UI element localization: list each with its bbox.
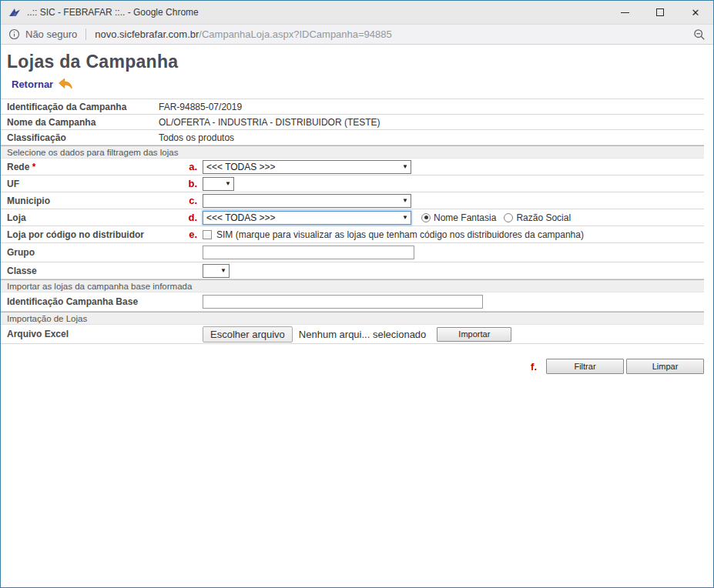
- security-label[interactable]: Não seguro: [25, 28, 77, 40]
- sim-checkbox[interactable]: [203, 230, 212, 239]
- choose-file-button[interactable]: Escolher arquivo: [203, 326, 293, 342]
- radio-nome-fantasia-label[interactable]: Nome Fantasia: [434, 212, 496, 223]
- return-link[interactable]: Retornar: [12, 79, 53, 90]
- form-row-rede: Rede * a. <<< TODAS >>> ▼: [1, 159, 704, 175]
- annotation-b: b.: [159, 178, 203, 189]
- annotation-e: e.: [159, 229, 203, 240]
- return-row: Retornar: [12, 76, 713, 92]
- address-url[interactable]: novo.sicfebrafar.com.br/CampanhaLoja.asp…: [95, 28, 392, 40]
- return-arrow-icon[interactable]: [57, 77, 75, 91]
- annotation-c: c.: [159, 195, 203, 206]
- sim-checkbox-label[interactable]: SIM (marque para visualizar as lojas que…: [216, 229, 584, 240]
- window-controls: ✕: [607, 1, 713, 24]
- page-content: Lojas da Campanha Retornar Identificação…: [1, 52, 713, 374]
- loja-select-value: <<< TODAS >>>: [206, 212, 276, 223]
- info-row-identificacao: Identificação da Campanha FAR-94885-07/2…: [1, 99, 704, 115]
- chevron-down-icon: ▼: [402, 197, 408, 204]
- grupo-label: Grupo: [1, 247, 159, 258]
- municipio-select[interactable]: ▼: [203, 194, 411, 208]
- section-import-file-header: Importação de Lojas: [1, 312, 704, 325]
- window-title: ..:: SIC - FEBRAFAR ::.. - Google Chrome: [27, 7, 199, 18]
- campanha-base-input[interactable]: [203, 295, 483, 309]
- url-separator: [85, 28, 86, 40]
- loja-label: Loja: [1, 212, 159, 223]
- actions-row: f. Filtrar Limpar: [1, 359, 704, 374]
- form-row-loja-codigo: Loja por código no distribuidor e. SIM (…: [1, 226, 704, 243]
- page-title: Lojas da Campanha: [7, 52, 713, 72]
- section-import-base-header: Importar as lojas da campanha base infor…: [1, 279, 704, 292]
- section-filter-header: Selecione os dados para filtragem das lo…: [1, 145, 704, 159]
- loja-select[interactable]: <<< TODAS >>> ▼: [203, 211, 411, 225]
- classe-select[interactable]: ▼: [203, 264, 230, 278]
- radio-razao-social-label[interactable]: Razão Social: [516, 212, 571, 223]
- rede-select-value: <<< TODAS >>>: [206, 162, 276, 172]
- info-label: Nome da Campanha: [1, 117, 159, 128]
- info-row-nome: Nome da Campanha OL/OFERTA - INDUSTRIA -…: [1, 115, 704, 130]
- rede-label: Rede *: [1, 162, 159, 172]
- browser-window: ..:: SIC - FEBRAFAR ::.. - Google Chrome…: [0, 0, 714, 588]
- minimize-icon: [621, 12, 629, 13]
- info-label: Identificação da Campanha: [1, 102, 159, 112]
- annotation-d: d.: [159, 212, 203, 223]
- title-bar: ..:: SIC - FEBRAFAR ::.. - Google Chrome…: [1, 1, 713, 24]
- radio-nome-fantasia[interactable]: [421, 213, 431, 222]
- limpar-button[interactable]: Limpar: [626, 359, 704, 374]
- campaign-form-table: Identificação da Campanha FAR-94885-07/2…: [1, 99, 704, 344]
- chevron-down-icon: ▼: [402, 163, 408, 170]
- zoom-out-icon[interactable]: [693, 28, 706, 41]
- filtrar-button[interactable]: Filtrar: [546, 359, 624, 374]
- campanha-base-label: Identificação Campanha Base: [1, 296, 159, 307]
- maximize-icon: [656, 8, 664, 16]
- classe-label: Classe: [1, 266, 159, 276]
- info-row-classificacao: Classificação Todos os produtos: [1, 130, 704, 145]
- annotation-a: a.: [159, 161, 203, 172]
- chevron-down-icon: ▼: [402, 214, 408, 221]
- rede-select[interactable]: <<< TODAS >>> ▼: [203, 160, 411, 174]
- form-row-uf: UF b. ▼: [1, 175, 704, 192]
- url-bar: Não seguro novo.sicfebrafar.com.br/Campa…: [1, 24, 713, 45]
- grupo-input[interactable]: [203, 246, 414, 259]
- close-icon: ✕: [692, 8, 700, 18]
- campaign-id-value: FAR-94885-07/2019: [159, 102, 242, 112]
- uf-label: UF: [1, 179, 159, 189]
- favicon-icon: [8, 6, 21, 18]
- chevron-down-icon: ▼: [220, 267, 226, 274]
- required-asterisk: *: [32, 162, 36, 172]
- municipio-label: Municipio: [1, 195, 159, 206]
- loja-name-type-radios: Nome Fantasia Razão Social: [421, 212, 578, 223]
- classification-value: Todos os produtos: [159, 132, 234, 143]
- form-row-loja: Loja d. <<< TODAS >>> ▼ Nome Fantasia Ra…: [1, 209, 704, 226]
- form-row-municipio: Municipio c. ▼: [1, 192, 704, 209]
- close-button[interactable]: ✕: [678, 1, 713, 24]
- uf-select[interactable]: ▼: [203, 177, 234, 191]
- importar-button[interactable]: Importar: [437, 327, 511, 342]
- info-label: Classificação: [1, 132, 159, 143]
- annotation-f: f.: [531, 361, 544, 373]
- form-row-arquivo: Arquivo Excel Escolher arquivo Nenhum ar…: [1, 325, 704, 344]
- chevron-down-icon: ▼: [225, 180, 231, 187]
- minimize-button[interactable]: [607, 1, 642, 24]
- loja-codigo-label: Loja por código no distribuidor: [1, 229, 159, 240]
- form-row-grupo: Grupo: [1, 243, 704, 262]
- url-path: /CampanhaLoja.aspx?IDCampanha=94885: [199, 28, 391, 40]
- radio-razao-social[interactable]: [504, 213, 513, 222]
- arquivo-label: Arquivo Excel: [1, 329, 159, 339]
- form-row-campanha-base: Identificação Campanha Base: [1, 292, 704, 312]
- campaign-name-value: OL/OFERTA - INDUSTRIA - DISTRIBUIDOR (TE…: [159, 117, 380, 128]
- maximize-button[interactable]: [642, 1, 678, 24]
- info-icon[interactable]: [8, 28, 20, 40]
- form-row-classe: Classe ▼: [1, 262, 704, 279]
- url-domain: novo.sicfebrafar.com.br: [95, 28, 199, 40]
- file-status-text: Nenhum arqui... selecionado: [299, 329, 427, 340]
